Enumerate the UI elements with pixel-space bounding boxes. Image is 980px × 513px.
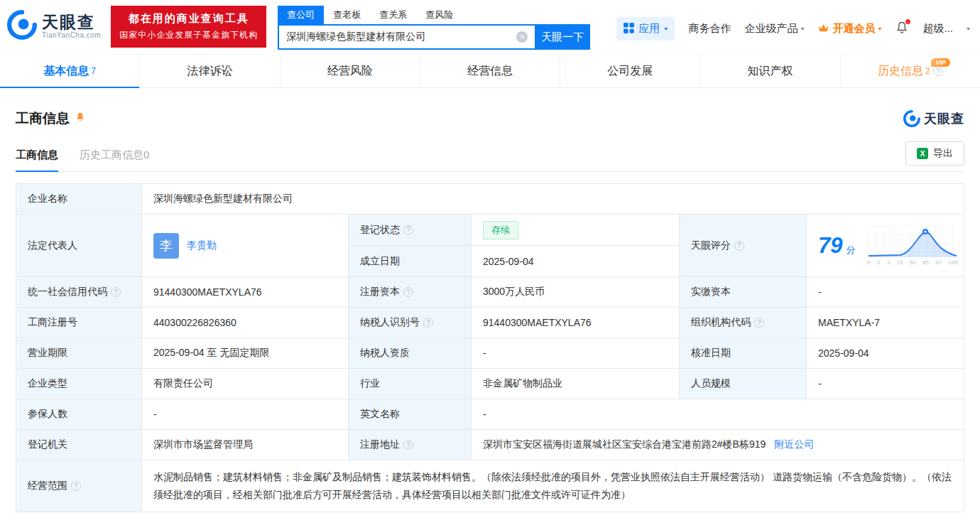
score-axis: 01315508597100 — [867, 259, 958, 266]
english-name-label: 英文名称 — [349, 399, 471, 429]
vip-label: 开通会员 — [832, 22, 875, 36]
chevron-down-icon — [878, 26, 881, 32]
search-input[interactable] — [278, 24, 535, 50]
nav-vip[interactable]: 开通会员 — [817, 22, 881, 36]
paid-capital-label: 实缴资本 — [680, 277, 806, 307]
nearby-companies-link[interactable]: 附近公司 — [774, 438, 814, 451]
subtab-business-info[interactable]: 工商信息 — [16, 148, 58, 171]
taxpayer-quality-value: - — [472, 338, 679, 368]
english-name-value: - — [472, 399, 964, 429]
help-icon[interactable] — [734, 241, 744, 251]
tab-badge: 2 — [925, 66, 930, 76]
chevron-down-icon — [800, 26, 804, 32]
logo-name: 天眼查 — [42, 14, 101, 31]
promo-line2: 国家中小企业发展子基金旗下机构 — [119, 29, 258, 41]
company-name-value: 深圳海螺绿色新型建材有限公司 — [142, 184, 964, 214]
apps-menu[interactable]: 应用 — [616, 17, 675, 40]
user-name[interactable]: 超级... — [922, 22, 953, 36]
help-icon[interactable] — [754, 318, 764, 328]
search-button[interactable]: 天眼一下 — [535, 24, 590, 50]
legal-rep-avatar[interactable]: 李 — [153, 233, 179, 259]
help-icon[interactable] — [403, 225, 413, 235]
industry-label: 行业 — [349, 369, 471, 399]
tianyancha-logo[interactable]: 天眼查 TianYanCha.com — [7, 10, 101, 43]
search-area: 查公司 查老板 查关系 查风险 天眼一下 — [278, 6, 590, 50]
promo-banner: 都在用的商业查询工具 国家中小企业发展子基金旗下机构 — [111, 6, 266, 48]
business-info-table: 企业名称 深圳海螺绿色新型建材有限公司 法定代表人 李 李贵勤 登记状态 存续 … — [16, 183, 964, 512]
legal-rep-link[interactable]: 李贵勤 — [187, 239, 217, 252]
tab-company-development[interactable]: 公司发展 — [560, 55, 699, 87]
reg-authority-value: 深圳市市场监督管理局 — [142, 430, 348, 460]
notification-bell[interactable] — [895, 21, 909, 37]
tab-basic-info[interactable]: 基本信息7 — [0, 55, 139, 87]
reg-number-label: 工商注册号 — [16, 308, 141, 338]
tab-label: 知识产权 — [748, 64, 793, 79]
reg-capital-label: 注册资本 — [349, 277, 471, 307]
staff-size-label: 人员规模 — [680, 369, 806, 399]
org-code-value: MAETXYLA-7 — [807, 308, 964, 338]
help-icon[interactable] — [423, 318, 433, 328]
tianyancha-logo-icon — [7, 10, 37, 43]
tab-operation-info[interactable]: 经营信息 — [420, 55, 560, 87]
help-icon[interactable] — [71, 481, 81, 491]
nav-enterprise[interactable]: 企业级产品 — [744, 22, 804, 36]
taxpayer-id-value: 91440300MAETXYLA76 — [472, 308, 679, 338]
industry-value: 非金属矿物制品业 — [472, 369, 679, 399]
company-name-label: 企业名称 — [16, 184, 141, 214]
tab-label: 经营风险 — [327, 64, 373, 79]
help-icon[interactable] — [933, 66, 943, 76]
business-scope-label: 经营范围 — [16, 460, 141, 512]
apps-label: 应用 — [638, 22, 660, 36]
apps-grid-icon — [624, 23, 634, 36]
reg-capital-value: 3000万人民币 — [472, 277, 679, 307]
export-button[interactable]: 导出 — [905, 141, 964, 166]
logo-domain: TianYanCha.com — [42, 31, 101, 39]
credit-code-value: 91440300MAETXYLA76 — [142, 277, 348, 307]
tab-legal[interactable]: 法律诉讼 — [139, 55, 279, 87]
watermark-text: 天眼查 — [924, 110, 964, 127]
excel-icon — [917, 148, 928, 159]
address-text: 深圳市宝安区福海街道展城社区宝安综合港宝港前路2#楼B栋919 — [483, 438, 766, 451]
alert-bell-icon[interactable] — [75, 112, 86, 126]
tab-badge: 7 — [91, 66, 96, 76]
subtab-history-business-info[interactable]: 历史工商信息0 — [80, 148, 149, 171]
search-tab-boss[interactable]: 查老板 — [324, 6, 370, 24]
header-nav: 应用 商务合作 企业级产品 开通会员 超级... — [616, 17, 970, 40]
reg-status-label: 登记状态 — [349, 215, 471, 245]
tab-intellectual-property[interactable]: 知识产权 — [699, 55, 839, 87]
help-icon[interactable] — [111, 287, 121, 297]
search-tab-company[interactable]: 查公司 — [278, 6, 324, 24]
reg-number-value: 440300226826360 — [142, 308, 348, 338]
watermark-logo: 天眼查 — [903, 110, 964, 127]
establish-date-value: 2025-09-04 — [472, 246, 679, 276]
tab-operation-risk[interactable]: 经营风险 — [280, 55, 420, 87]
search-tab-risk[interactable]: 查风险 — [416, 6, 462, 24]
staff-size-value: - — [807, 369, 964, 399]
reg-status-value: 存续 — [472, 215, 679, 245]
org-code-label: 组织机构代码 — [680, 308, 806, 338]
establish-date-label: 成立日期 — [349, 246, 471, 276]
help-icon[interactable] — [403, 440, 413, 450]
vip-tag: VIP — [931, 58, 950, 67]
status-badge: 存续 — [483, 221, 518, 239]
score-value: 79 分 01315508597100 — [807, 215, 964, 276]
approval-date-label: 核准日期 — [680, 338, 806, 368]
notification-dot — [905, 19, 910, 24]
search-tab-relation[interactable]: 查关系 — [370, 6, 416, 24]
reg-address-value: 深圳市宝安区福海街道展城社区宝安综合港宝港前路2#楼B栋919 附近公司 — [472, 430, 964, 460]
insured-count-label: 参保人数 — [16, 399, 141, 429]
help-icon[interactable] — [403, 287, 413, 297]
tab-history-info[interactable]: VIP 历史信息2 — [840, 55, 980, 87]
promo-line1: 都在用的商业查询工具 — [119, 12, 258, 26]
tab-label: 公司发展 — [607, 64, 653, 79]
nav-cooperation[interactable]: 商务合作 — [688, 22, 731, 36]
tab-label: 法律诉讼 — [187, 64, 232, 79]
score-unit: 分 — [846, 244, 855, 256]
approval-date-value: 2025-09-04 — [807, 338, 964, 368]
export-label: 导出 — [933, 147, 953, 160]
score-chart: 01315508597100 — [867, 226, 958, 266]
score-number: 79 — [818, 233, 842, 259]
legal-rep-value: 李 李贵勤 — [142, 215, 348, 276]
tab-label: 经营信息 — [467, 64, 513, 79]
chevron-down-icon[interactable] — [967, 26, 970, 32]
